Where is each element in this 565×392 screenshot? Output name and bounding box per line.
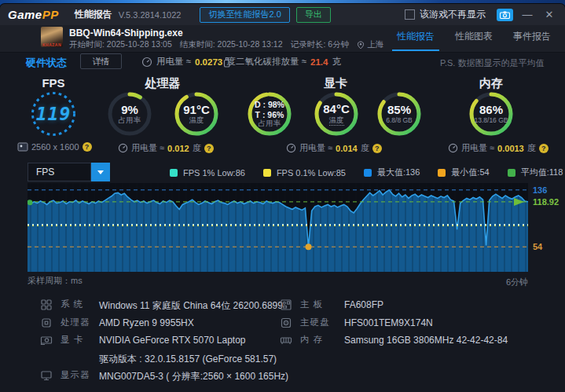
cpu-power-row: 用电量 ≈ 0.012 度 ? xyxy=(118,142,214,154)
cpu-column-title: 处理器 xyxy=(116,76,210,91)
legend-avg[interactable]: 平均值:118 xyxy=(508,167,563,178)
gpu-value: NVIDIA GeForce RTX 5070 Laptop xyxy=(99,335,246,346)
game-exe-name: BBQ-Win64-Shipping.exe xyxy=(69,27,183,38)
disk-icon xyxy=(279,316,292,329)
cpu-temp-label: 温度 xyxy=(189,116,204,125)
legend-min[interactable]: 最小值:54 xyxy=(438,167,489,178)
power-label: 用电量 ≈ xyxy=(156,56,191,68)
ram-icon xyxy=(279,333,292,346)
co2-stat: 二氧化碳排放量 ≈ 21.4 克 xyxy=(222,56,341,68)
fps-help-icon[interactable]: ? xyxy=(83,142,92,152)
sysinfo-cpu-row: 处理器 xyxy=(39,316,90,329)
power-meter-icon xyxy=(448,143,458,153)
sysinfo-motherboard-row: 主 板 xyxy=(279,298,323,311)
tab-performance-report[interactable]: 性能报告 xyxy=(397,30,435,51)
fps-gauge: 119 xyxy=(30,90,77,137)
cpu-usage-value: 9% xyxy=(121,103,138,116)
titlebar: GamePP 性能报告 V.5.3.2814.1022 切换至性能报告2.0 导… xyxy=(0,4,565,25)
fps-chart[interactable] xyxy=(28,183,528,272)
mem-power-row: 用电量 ≈ 0.0013 度 ? xyxy=(448,142,548,154)
mem-usage-gauge: 86% 13.8/16 GB xyxy=(468,91,514,137)
location: 上海 xyxy=(357,39,383,50)
gamepp-logo: GamePP xyxy=(8,8,59,21)
cpu-usage-gauge: 9% 占用率 xyxy=(107,91,152,137)
power-meter-icon xyxy=(141,57,152,68)
mem-power-label: 用电量 ≈ xyxy=(461,142,494,154)
hide-game-checkbox[interactable]: 该游戏不再显示 xyxy=(405,8,486,21)
fps-resolution-row: 2560 x 1600 ? xyxy=(17,142,92,152)
version-label: V.5.3.2814.1022 xyxy=(119,10,182,20)
co2-unit: 克 xyxy=(332,56,341,68)
fps-column-title: FPS xyxy=(6,76,101,90)
mem-power-value: 0.0013 xyxy=(497,144,524,153)
disk-value: HFS001TEM9X174N xyxy=(344,317,433,328)
power-meter-icon xyxy=(286,143,296,153)
cpu-usage-label: 占用率 xyxy=(119,116,141,125)
legend-swatch xyxy=(170,169,178,177)
hardware-status-title: 硬件状态 xyxy=(26,56,67,70)
sysinfo-gpu-row: 显 卡 xyxy=(39,333,83,346)
gpu-power-help-icon[interactable]: ? xyxy=(372,144,382,153)
power-value: 0.0273 xyxy=(195,57,222,67)
app-title: 性能报告 xyxy=(75,8,112,21)
os-value: Windows 11 家庭版 China 64位 26200.6899 xyxy=(99,299,283,313)
export-button[interactable]: 导出 xyxy=(296,7,331,23)
legend-fps-1-low[interactable]: FPS 1% Low:86 xyxy=(170,168,245,178)
co2-tank-icon xyxy=(222,57,232,68)
minimize-button[interactable]: — xyxy=(519,9,535,21)
co2-label: 二氧化碳排放量 ≈ xyxy=(236,56,306,68)
report-tabs: 性能报告 性能图表 事件报告 xyxy=(397,30,551,51)
avatar-caption: KHAZAN xyxy=(41,42,63,47)
session-meta: 开始时间: 2025-10-28 13:05 结束时间: 2025-10-28 … xyxy=(69,39,383,50)
gpu-temp-gauge: 84°C 温度 xyxy=(314,91,359,137)
mem-column-title: 内存 xyxy=(444,76,538,91)
gpu-power-unit: 度 xyxy=(361,142,369,154)
legend-max[interactable]: 最大值:136 xyxy=(364,167,420,178)
start-time: 开始时间: 2025-10-28 13:05 xyxy=(69,39,172,50)
sample-period-label: 采样周期：ms xyxy=(28,275,83,287)
legend-swatch xyxy=(364,169,372,177)
close-button[interactable]: ✕ xyxy=(541,9,557,21)
location-label: 上海 xyxy=(367,39,383,50)
mem-power-unit: 度 xyxy=(527,142,536,154)
cpu-power-help-icon[interactable]: ? xyxy=(204,144,214,153)
details-button[interactable]: 详情 xyxy=(80,53,122,69)
camera-icon xyxy=(500,11,510,19)
checkbox-icon[interactable] xyxy=(405,9,415,20)
gpu-temp-label[interactable]: 温度 xyxy=(329,116,344,126)
co2-value: 21.4 xyxy=(310,57,328,67)
gpu-load-t: T : 96% xyxy=(255,110,284,119)
mem-usage-value: 86% xyxy=(479,103,503,116)
session-infobar: KHAZAN BBQ-Win64-Shipping.exe 开始时间: 2025… xyxy=(0,25,565,53)
sysinfo-monitor-row: 显示器 xyxy=(39,368,90,382)
gpu-load-label: 占用率 xyxy=(259,119,281,128)
legend-fps-01-low[interactable]: FPS 0.1% Low:85 xyxy=(263,168,346,178)
tab-event-report[interactable]: 事件报告 xyxy=(513,30,551,51)
metric-select-button[interactable] xyxy=(91,163,110,181)
cpu-temp-gauge: 91°C 温度 xyxy=(174,91,219,137)
chevron-down-icon xyxy=(97,170,104,174)
cpu-power-label: 用电量 ≈ xyxy=(131,142,164,154)
cpu-power-unit: 度 xyxy=(193,142,201,154)
metric-select-value[interactable]: FPS xyxy=(28,163,91,181)
axis-avg-label: 118.92 xyxy=(533,197,559,207)
sysinfo-ram-row: 内 存 xyxy=(279,333,323,346)
gpu-vram-value: 85% xyxy=(387,103,411,116)
mem-power-help-icon[interactable]: ? xyxy=(539,144,548,153)
power-meter-icon xyxy=(118,143,128,153)
ps-note: P.S. 数据图显示的是平均值 xyxy=(440,57,544,69)
gpu-power-value: 0.014 xyxy=(336,144,358,153)
metric-select[interactable]: FPS xyxy=(28,163,110,181)
axis-max-label: 136 xyxy=(533,185,547,195)
hide-game-label: 该游戏不再显示 xyxy=(420,8,486,21)
motherboard-icon xyxy=(279,298,292,311)
camera-button[interactable] xyxy=(497,9,513,21)
sysinfo-os-row: 系 统 xyxy=(39,298,83,311)
monitor-icon xyxy=(39,368,53,382)
gpu-power-row: 用电量 ≈ 0.014 度 ? xyxy=(286,142,382,154)
gamepp-report-window: GamePP 性能报告 V.5.3.2814.1022 切换至性能报告2.0 导… xyxy=(0,4,565,392)
record-duration: 记录时长: 6分钟 xyxy=(291,39,350,50)
tab-performance-charts[interactable]: 性能图表 xyxy=(455,30,493,51)
gpu-power-label: 用电量 ≈ xyxy=(299,142,332,154)
switch-report-button[interactable]: 切换至性能报告2.0 xyxy=(200,7,289,23)
